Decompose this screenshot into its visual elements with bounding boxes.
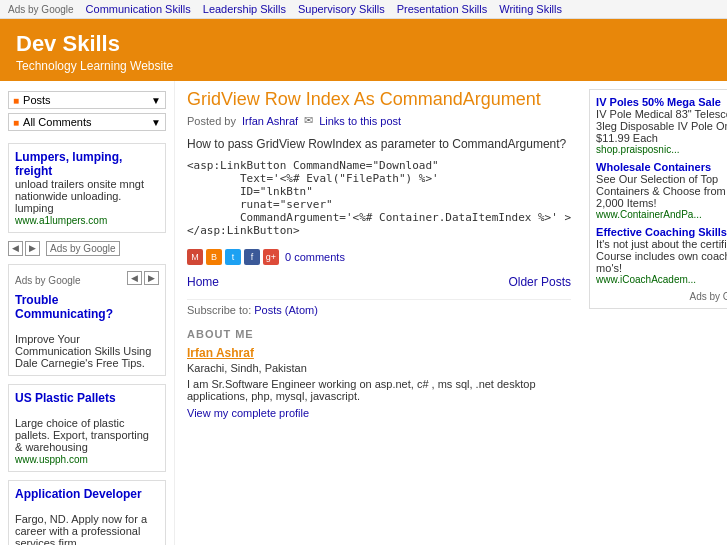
sidebar-ad-4-desc: Fargo, ND. Apply now for a career with a… — [15, 513, 147, 545]
sidebar-ad-2-title[interactable]: Trouble Communicating? — [15, 293, 159, 321]
sidebar-ad-2-desc: Improve Your Communication Skills Using … — [15, 333, 151, 369]
about-name[interactable]: Irfan Ashraf — [187, 346, 571, 360]
right-ads-box: IV Poles 50% Mega Sale IV Pole Medical 8… — [589, 89, 727, 309]
sidebar-ad-1-desc: unload trailers onsite mngt nationwide u… — [15, 178, 144, 214]
ads-nav: ◀ ▶ Ads by Google — [8, 241, 166, 256]
sidebar-ad-3-url: www.uspph.com — [15, 454, 88, 465]
right-ad-2-link[interactable]: Effective Coaching Skills — [596, 226, 727, 238]
right-ad-0-link[interactable]: IV Poles 50% Mega Sale — [596, 96, 721, 108]
sidebar-ad-3-title[interactable]: US Plastic Pallets — [15, 391, 159, 405]
right-ad-0-heading: IV Poles 50% Mega Sale — [596, 96, 727, 108]
about-bio: I am Sr.Software Engineer working on asp… — [187, 378, 571, 402]
sidebar: ■ Posts ▼ ■ All Comments ▼ Lumpers, lump… — [0, 81, 175, 545]
top-ad-link-4[interactable]: Writing Skills — [499, 3, 562, 15]
home-link[interactable]: Home — [187, 275, 219, 289]
posts-dropdown[interactable]: ■ Posts ▼ — [8, 91, 166, 109]
right-ad-1-desc: See Our Selection of Top Containers & Ch… — [596, 173, 727, 209]
sidebar-ads-top: Ads by Google ◀ ▶ — [15, 271, 159, 289]
blogger-share-icon[interactable]: B — [206, 249, 222, 265]
ads-next-2[interactable]: ▶ — [144, 271, 159, 285]
post-footer: M B t f g+ 0 comments — [187, 249, 571, 265]
rss-icon-posts: ■ — [13, 95, 19, 106]
code-block: <asp:LinkButton CommandName="Download" T… — [187, 157, 571, 239]
sidebar-ad-3: US Plastic Pallets Large choice of plast… — [8, 384, 166, 472]
post-body: How to pass GridView RowIndex as paramet… — [187, 137, 571, 239]
posts-label: Posts — [23, 94, 51, 106]
right-ad-0: IV Poles 50% Mega Sale IV Pole Medical 8… — [596, 96, 727, 155]
right-ad-2-heading: Effective Coaching Skills — [596, 226, 727, 238]
top-ad-link-2[interactable]: Supervisory Skills — [298, 3, 385, 15]
right-ad-1-link[interactable]: Wholesale Containers — [596, 161, 711, 173]
site-header: Dev Skills Technology Learning Website — [0, 19, 727, 81]
comments-label: All Comments — [23, 116, 91, 128]
sidebar-ad-4: Application Developer Fargo, ND. Apply n… — [8, 480, 166, 545]
right-ad-0-desc: IV Pole Medical 83" Telescopic 3leg Disp… — [596, 108, 727, 144]
ads-prev-arrow[interactable]: ◀ — [8, 241, 23, 256]
about-profile-link[interactable]: View my complete profile — [187, 407, 309, 419]
about-me-label: ABOUT ME — [187, 328, 571, 340]
rss-icon-comments: ■ — [13, 117, 19, 128]
about-location: Karachi, Sindh, Pakistan — [187, 362, 571, 374]
sidebar-ads-google-section: ◀ ▶ Ads by Google — [8, 241, 166, 256]
site-title: Dev Skills — [16, 31, 711, 57]
right-ad-2-url: www.iCoachAcadem... — [596, 274, 727, 285]
sidebar-ad-1: Lumpers, lumping, freight unload trailer… — [8, 143, 166, 233]
top-ads-label: Ads by Google — [8, 4, 74, 15]
subscribe-label: Subscribe to: — [187, 304, 251, 316]
subscribe-link[interactable]: Posts (Atom) — [254, 304, 318, 316]
sidebar-ad-1-url: www.a1lumpers.com — [15, 215, 107, 226]
ads-next-arrow[interactable]: ▶ — [25, 241, 40, 256]
subscribe-bar: Subscribe to: Posts (Atom) — [187, 299, 571, 316]
sidebar-ad-3-desc: Large choice of plastic pallets. Export,… — [15, 417, 149, 453]
posts-widget: ■ Posts ▼ ■ All Comments ▼ — [8, 91, 166, 131]
right-ad-0-url: shop.praisposnic... — [596, 144, 727, 155]
right-ad-1-url: www.ContainerAndPa... — [596, 209, 727, 220]
right-ads-label: Ads by Google — [596, 291, 727, 302]
gplus-share-icon[interactable]: g+ — [263, 249, 279, 265]
older-posts-link[interactable]: Older Posts — [508, 275, 571, 289]
right-ad-1: Wholesale Containers See Our Selection o… — [596, 161, 727, 220]
ads-prev-2[interactable]: ◀ — [127, 271, 142, 285]
comments-dropdown[interactable]: ■ All Comments ▼ — [8, 113, 166, 131]
post-navigation: Home Older Posts — [187, 275, 571, 289]
email-icon: ✉ — [304, 114, 313, 127]
right-panel: IV Poles 50% Mega Sale IV Pole Medical 8… — [583, 81, 727, 545]
posts-chevron: ▼ — [151, 95, 161, 106]
share-icons: M B t f g+ — [187, 249, 279, 265]
about-me-section: ABOUT ME Irfan Ashraf Karachi, Sindh, Pa… — [187, 328, 571, 420]
top-ad-bar: Ads by Google Communication Skills Leade… — [0, 0, 727, 19]
ads-nav-2: ◀ ▶ — [127, 271, 159, 285]
right-ad-2-desc: It's not just about the certificate Cour… — [596, 238, 727, 274]
main-layout: ■ Posts ▼ ■ All Comments ▼ Lumpers, lump… — [0, 81, 727, 545]
post-meta: Posted by Irfan Ashraf ✉ Links to this p… — [187, 114, 571, 127]
comments-chevron: ▼ — [151, 117, 161, 128]
sidebar-ad-2: Ads by Google ◀ ▶ Trouble Communicating?… — [8, 264, 166, 376]
top-ad-link-1[interactable]: Leadership Skills — [203, 3, 286, 15]
sidebar-ad-1-title[interactable]: Lumpers, lumping, freight — [15, 150, 159, 178]
links-to-post[interactable]: Links to this post — [319, 115, 401, 127]
ads-google-label: Ads by Google — [46, 241, 120, 256]
top-ad-link-0[interactable]: Communication Skills — [86, 3, 191, 15]
comments-link[interactable]: 0 comments — [285, 251, 345, 263]
post-intro: How to pass GridView RowIndex as paramet… — [187, 137, 571, 151]
right-ad-2: Effective Coaching Skills It's not just … — [596, 226, 727, 285]
post-title: GridView Row Index As CommandArgument — [187, 89, 571, 110]
author-link[interactable]: Irfan Ashraf — [242, 115, 298, 127]
twitter-share-icon[interactable]: t — [225, 249, 241, 265]
right-ad-1-heading: Wholesale Containers — [596, 161, 727, 173]
content-area: GridView Row Index As CommandArgument Po… — [175, 81, 583, 545]
posted-by-label: Posted by — [187, 115, 236, 127]
top-ad-link-3[interactable]: Presentation Skills — [397, 3, 488, 15]
site-subtitle: Technology Learning Website — [16, 59, 711, 73]
sidebar-ad-4-title[interactable]: Application Developer — [15, 487, 159, 501]
ads-google-top-label: Ads by Google — [15, 275, 81, 286]
gmail-share-icon[interactable]: M — [187, 249, 203, 265]
facebook-share-icon[interactable]: f — [244, 249, 260, 265]
